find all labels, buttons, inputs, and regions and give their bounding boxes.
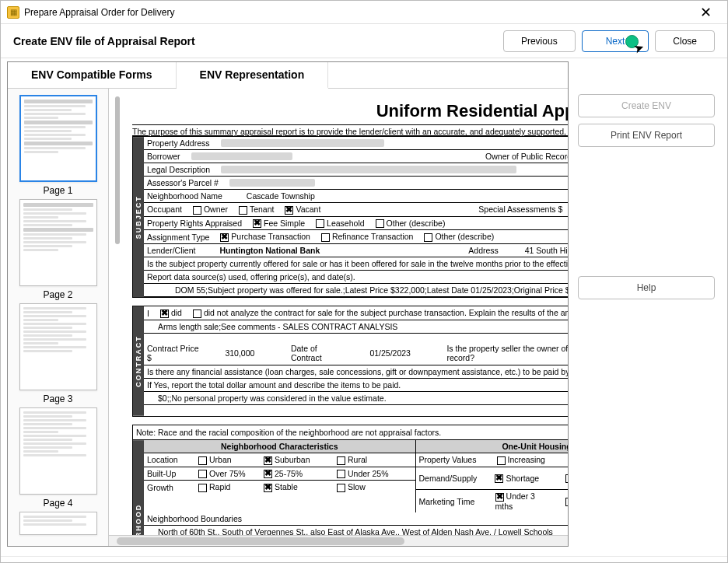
document-viewer[interactable]: Uniform Residential Appraisal Report The… bbox=[109, 89, 568, 546]
nbname-label: Neighborhood Name bbox=[147, 191, 222, 201]
lender: Huntington National Bank bbox=[219, 246, 320, 255]
thumbnails: Page 1 Page 2 Page 3 Page 4 bbox=[8, 89, 109, 546]
viewer: Page 1 Page 2 Page 3 Page 4 bbox=[8, 89, 568, 546]
occupant-label: Occupant bbox=[147, 205, 182, 214]
next-button[interactable]: Next ➤ bbox=[582, 30, 649, 52]
lender-label: Lender/Client bbox=[147, 246, 195, 255]
cb-leasehold bbox=[316, 219, 324, 228]
window: ▦ Prepare Appraisal Order for Delivery ✕… bbox=[0, 0, 728, 563]
create-env-button[interactable]: Create ENV bbox=[578, 94, 715, 117]
thumb-label: Page 1 bbox=[43, 185, 72, 196]
owner-label: Owner of Public Record bbox=[485, 152, 568, 161]
print-env-button[interactable]: Print ENV Report bbox=[578, 124, 715, 147]
thumb-label: Page 4 bbox=[43, 498, 72, 509]
header: Create ENV file of Appraisal Report Prev… bbox=[1, 24, 727, 58]
cb-other2 bbox=[424, 233, 432, 242]
section-neighborhood: NEIGHBORHOOD Neighborhood Characteristic… bbox=[132, 439, 568, 546]
help-button[interactable]: Help bbox=[578, 276, 715, 299]
section-label-subject: SUBJECT bbox=[133, 137, 144, 297]
thumb-page-1[interactable]: Page 1 bbox=[14, 95, 102, 196]
redacted bbox=[221, 166, 516, 173]
tabs: ENV Compatible Forms ENV Representation bbox=[8, 62, 568, 89]
thumb-label: Page 2 bbox=[43, 289, 72, 300]
special-assess-label: Special Assessments $ bbox=[478, 205, 562, 214]
scroll-thumb[interactable] bbox=[117, 537, 404, 545]
nbname: Cascade Township bbox=[247, 191, 315, 201]
thumb-page-2[interactable]: Page 2 bbox=[14, 199, 102, 300]
rights-label: Property Rights Appraised bbox=[147, 219, 242, 228]
close-icon[interactable]: ✕ bbox=[690, 4, 721, 21]
lender-addr: 41 South High Street, Columbus, OH 43287 bbox=[525, 246, 568, 255]
thumb-page-5[interactable] bbox=[14, 512, 102, 538]
cb-owner bbox=[193, 206, 201, 215]
price-label: Contract Price $ bbox=[147, 344, 201, 362]
cb-did bbox=[160, 309, 169, 318]
borrower-label: Borrower bbox=[147, 152, 180, 161]
close-button[interactable]: Close bbox=[655, 30, 715, 52]
nc-hdr: Neighborhood Characteristics bbox=[144, 440, 415, 453]
next-button-label: Next bbox=[606, 36, 625, 47]
previous-button[interactable]: Previous bbox=[503, 30, 576, 52]
assign-label: Assignment Type bbox=[147, 233, 209, 242]
race-note: Note: Race and the racial composition of… bbox=[132, 425, 568, 439]
q-dom: DOM 55;Subject property was offered for … bbox=[144, 284, 568, 297]
seller-q: Is the property seller the owner of publ… bbox=[446, 344, 568, 362]
page-subtitle: Create ENV file of Appraisal Report bbox=[13, 35, 497, 47]
legal-label: Legal Description bbox=[147, 165, 210, 174]
cb-feesimple bbox=[253, 219, 261, 228]
cb-vacant bbox=[285, 206, 293, 215]
addr-label: Address bbox=[468, 246, 499, 255]
bound-label: Neighborhood Boundaries bbox=[144, 512, 568, 526]
app-icon: ▦ bbox=[7, 6, 19, 19]
prop-addr-label: Property Address bbox=[147, 138, 210, 148]
cursor-icon: ➤ bbox=[632, 39, 646, 56]
section-contract: CONTRACT Ididdid not analyze the contrac… bbox=[132, 306, 568, 417]
thumb-page-4[interactable]: Page 4 bbox=[14, 407, 102, 509]
cb-tenant bbox=[239, 206, 247, 215]
left-panel: ENV Compatible Forms ENV Representation … bbox=[7, 61, 569, 547]
contract-date: 01/25/2023 bbox=[369, 348, 411, 358]
doc-title: Uniform Residential Appraisal Report bbox=[132, 101, 568, 121]
contract-price: 310,000 bbox=[225, 348, 254, 358]
trends-hdr: One-Unit Housing Trends bbox=[416, 440, 569, 453]
tab-representation[interactable]: ENV Representation bbox=[177, 62, 329, 89]
redacted bbox=[191, 152, 292, 160]
date-label: Date of Contract bbox=[291, 344, 346, 362]
bottom-edge bbox=[1, 556, 727, 562]
q-offered: Is the subject property currently offere… bbox=[144, 257, 568, 271]
cb-other1 bbox=[376, 219, 384, 228]
thumb-label: Page 3 bbox=[43, 393, 72, 404]
section-subject: SUBJECT Property AddressCity BorrowerOwn… bbox=[132, 136, 568, 298]
section-label-neighborhood: NEIGHBORHOOD bbox=[133, 440, 144, 546]
window-title: Prepare Appraisal Order for Delivery bbox=[24, 7, 690, 18]
q-sources: Report data source(s) used, offering pri… bbox=[144, 271, 568, 284]
redacted bbox=[221, 139, 384, 147]
document-page: Uniform Residential Appraisal Report The… bbox=[109, 89, 568, 546]
right-panel: Create ENV Print ENV Report Help bbox=[572, 58, 727, 556]
ifyes: If Yes, report the total dollar amount a… bbox=[147, 380, 401, 390]
tab-compatible[interactable]: ENV Compatible Forms bbox=[8, 62, 177, 88]
cb-purchase bbox=[220, 233, 229, 242]
section-label-contract: CONTRACT bbox=[133, 306, 144, 416]
assist-q: Is there any financial assistance (loan … bbox=[147, 367, 568, 376]
arms-length: Arms length sale;See comments - SALES CO… bbox=[158, 322, 397, 331]
redacted bbox=[229, 179, 315, 187]
horizontal-scrollbar[interactable] bbox=[109, 535, 568, 546]
apn-label: Assessor's Parcel # bbox=[147, 178, 219, 187]
zero-line: $0;;No personal property was considered … bbox=[158, 393, 387, 403]
document-wrap: Uniform Residential Appraisal Report The… bbox=[109, 89, 568, 546]
cb-refi bbox=[321, 233, 330, 242]
content: ENV Compatible Forms ENV Representation … bbox=[1, 58, 727, 556]
cb-didnot bbox=[193, 309, 201, 318]
titlebar: ▦ Prepare Appraisal Order for Delivery ✕ bbox=[1, 1, 727, 24]
thumb-page-3[interactable]: Page 3 bbox=[14, 303, 102, 404]
doc-purpose: The purpose of this summary appraisal re… bbox=[132, 124, 568, 136]
